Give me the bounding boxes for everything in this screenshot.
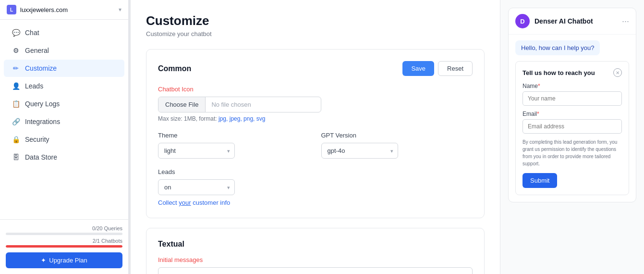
choose-file-button[interactable]: Choose File: [158, 97, 206, 112]
bot-avatar: D: [515, 14, 530, 28]
sidebar-item-general-label: General: [25, 47, 49, 54]
file-name-display: No file chosen: [206, 97, 256, 112]
gpt-version-label: GPT Version: [321, 132, 473, 139]
upgrade-icon: ✦: [41, 257, 46, 264]
lead-capture-form: Tell us how to reach you ✕ Name* Email* …: [515, 61, 629, 195]
save-button[interactable]: Save: [402, 61, 434, 76]
file-formats: jpg, jpeg, png, svg: [219, 115, 265, 122]
queries-usage: 0/20 Queries: [6, 225, 122, 235]
reset-button[interactable]: Reset: [438, 61, 473, 76]
main-content: Customize Customize your chatbot Common …: [131, 0, 500, 274]
name-field-label: Name*: [522, 83, 622, 89]
upgrade-plan-label: Upgrade Plan: [49, 257, 87, 264]
chatbots-progress-fill: [6, 245, 122, 248]
chatbot-icon-label: Chatbot Icon: [158, 86, 473, 93]
email-field-label: Email*: [522, 111, 622, 117]
sidebar-footer: 0/20 Queries 2/1 Chatbots ✦ Upgrade Plan: [0, 219, 128, 274]
gear-icon: ⚙: [12, 46, 20, 55]
domain-selector[interactable]: L luxxjewelers.com ▾: [0, 0, 128, 20]
email-required-marker: *: [537, 111, 539, 117]
domain-icon: L: [7, 5, 16, 14]
queries-progress-bar: [6, 233, 122, 235]
file-hint: Max size: 1MB, format: jpg, jpeg, png, s…: [158, 115, 473, 122]
theme-field: Theme light dark ▾: [158, 132, 310, 159]
greeting-bubble: Hello, how can I help you?: [515, 40, 600, 55]
page-subtitle: Customize your chatbot: [146, 30, 485, 37]
chat-messages: Hello, how can I help you?: [509, 35, 636, 61]
email-input[interactable]: [522, 119, 622, 134]
chat-header: D Denser AI Chatbot ···: [509, 8, 636, 35]
chat-icon: 💬: [12, 28, 20, 37]
leads-select[interactable]: on off: [158, 179, 235, 195]
chat-window: D Denser AI Chatbot ··· Hello, how can I…: [508, 8, 636, 202]
bot-name: Denser AI Chatbot: [535, 17, 593, 25]
theme-select[interactable]: light dark: [158, 143, 235, 159]
sidebar-item-data-store[interactable]: 🗄 Data Store: [4, 149, 124, 166]
name-input[interactable]: [522, 91, 622, 106]
leads-hint-link[interactable]: your: [179, 199, 191, 206]
lead-form-title: Tell us how to reach you: [522, 69, 595, 76]
sidebar-item-data-store-label: Data Store: [25, 153, 57, 161]
upgrade-plan-button[interactable]: ✦ Upgrade Plan: [6, 252, 122, 268]
sidebar-resizer[interactable]: [129, 0, 131, 274]
data-store-icon: 🗄: [12, 153, 20, 162]
sidebar-item-leads-label: Leads: [25, 82, 43, 90]
textual-card: Textual Initial messages Hello, how can …: [146, 228, 485, 274]
gpt-version-field: GPT Version gpt-4o gpt-3.5-turbo ▾: [321, 132, 473, 159]
sidebar-item-leads[interactable]: 👤 Leads: [4, 77, 124, 95]
chevron-down-icon: ▾: [119, 6, 122, 13]
initial-messages-label: Initial messages: [158, 256, 473, 263]
sidebar-nav: 💬 Chat ⚙ General ✏ Customize 👤 Leads 📋 Q…: [0, 20, 128, 219]
query-logs-icon: 📋: [12, 100, 20, 108]
leads-field-label: Leads: [158, 168, 473, 175]
textual-section-title: Textual: [158, 240, 184, 248]
preview-panel: D Denser AI Chatbot ··· Hello, how can I…: [500, 0, 644, 274]
sidebar-item-query-logs-label: Query Logs: [25, 100, 60, 108]
name-required-marker: *: [538, 83, 540, 89]
security-icon: 🔒: [12, 135, 20, 144]
initial-messages-textarea[interactable]: Hello, how can I help you?: [158, 267, 473, 274]
sidebar-item-customize[interactable]: ✏ Customize: [4, 60, 124, 77]
sidebar: L luxxjewelers.com ▾ 💬 Chat ⚙ General ✏ …: [0, 0, 129, 274]
sidebar-item-query-logs[interactable]: 📋 Query Logs: [4, 95, 124, 112]
sidebar-item-integrations[interactable]: 🔗 Integrations: [4, 113, 124, 130]
sidebar-item-integrations-label: Integrations: [25, 118, 60, 125]
chatbots-usage: 2/1 Chatbots: [6, 238, 122, 248]
chatbots-label: 2/1 Chatbots: [6, 238, 122, 244]
sidebar-item-security[interactable]: 🔒 Security: [4, 131, 124, 148]
sidebar-item-security-label: Security: [25, 136, 49, 143]
domain-label: luxxjewelers.com: [20, 6, 68, 13]
submit-button[interactable]: Submit: [522, 173, 557, 188]
leads-icon: 👤: [12, 82, 20, 90]
sidebar-item-chat-label: Chat: [25, 29, 39, 37]
page-title: Customize: [146, 13, 485, 28]
customize-icon: ✏: [12, 64, 20, 73]
file-input-wrapper: Choose File No file chosen: [158, 97, 321, 112]
sidebar-item-general[interactable]: ⚙ General: [4, 42, 124, 59]
common-section-title: Common: [158, 64, 191, 73]
theme-label: Theme: [158, 132, 310, 139]
sidebar-item-customize-label: Customize: [25, 64, 57, 72]
form-disclaimer: By completing this lead generation form,…: [522, 138, 622, 167]
leads-hint: Collect your customer info: [158, 199, 473, 206]
queries-label: 0/20 Queries: [6, 225, 122, 231]
gpt-version-select[interactable]: gpt-4o gpt-3.5-turbo: [321, 143, 398, 159]
close-lead-form-button[interactable]: ✕: [613, 68, 622, 77]
chatbots-progress-bar: [6, 245, 122, 248]
common-card: Common Save Reset Chatbot Icon Choose Fi…: [146, 49, 485, 218]
sidebar-item-chat[interactable]: 💬 Chat: [4, 24, 124, 41]
integrations-icon: 🔗: [12, 117, 20, 126]
more-options-button[interactable]: ···: [622, 16, 629, 26]
